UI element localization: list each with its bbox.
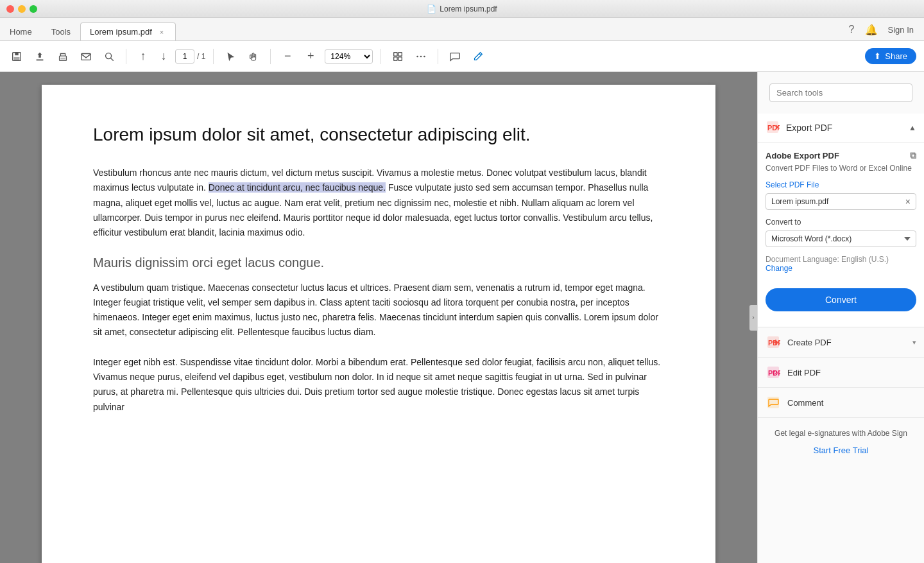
copy-icon[interactable]: ⧉ [910,150,916,161]
prev-page-button[interactable]: ↑ [134,48,152,65]
toolbar: ↑ ↓ 1 / 1 − + 124% 100% 75% 50% Fit Page… [0,41,924,72]
zoom-in-button[interactable]: + [302,48,320,65]
edit-pdf-section[interactable]: PDF Edit PDF [758,358,924,388]
maximize-window-button[interactable] [30,5,37,13]
svg-text:PDF: PDF [768,369,780,377]
upload-icon [34,51,46,62]
convert-to-select[interactable]: Microsoft Word (*.docx) Microsoft Excel … [766,230,916,247]
create-pdf-section[interactable]: PDF Create PDF ▾ [758,327,924,358]
more-icon [415,51,427,62]
export-pdf-header[interactable]: PDF Export PDF ▲ [758,114,924,143]
export-pdf-section: PDF Export PDF ▲ Adobe Export PDF ⧉ Conv… [758,114,924,327]
pdf-paragraph-1: Vestibulum rhoncus ante nec mauris dictu… [93,166,664,239]
save-button[interactable] [8,48,26,65]
export-description: Convert PDF Files to Word or Excel Onlin… [766,164,916,173]
search-icon [103,51,115,62]
start-free-trial-link[interactable]: Start Free Trial [814,446,869,455]
convert-button[interactable]: Convert [766,288,916,311]
adobe-sign-text: Get legal e-signatures with Adobe Sign [766,428,916,439]
print-button[interactable] [54,48,72,65]
adobe-export-title: Adobe Export PDF ⧉ [766,150,916,161]
sign-in-button[interactable]: Sign In [888,24,914,34]
svg-rect-21 [767,397,779,408]
tabbar: Home Tools Lorem ipsum.pdf × ? 🔔 Sign In [0,18,924,41]
comment-section-icon [766,395,781,410]
share-button[interactable]: ⬆ Share [865,48,916,64]
change-language-link[interactable]: Change [766,264,792,273]
svg-rect-8 [394,52,397,55]
highlighted-text: Donec at tincidunt arcu, nec faucibus ne… [209,182,386,193]
tab-active-document[interactable]: Lorem ipsum.pdf × [80,22,176,40]
svg-text:PDF: PDF [768,339,780,347]
svg-rect-2 [14,56,20,60]
next-page-button[interactable]: ↓ [155,48,173,65]
email-button[interactable] [77,48,95,65]
minimize-window-button[interactable] [18,5,26,13]
clear-file-button[interactable]: × [905,196,911,207]
hand-tool-button[interactable] [244,48,262,65]
help-icon[interactable]: ? [849,24,855,35]
search-button[interactable] [100,48,118,65]
zoom-out-button[interactable]: − [278,48,296,65]
pdf-paragraph-3: Integer eget nibh est. Suspendisse vitae… [93,355,664,414]
search-tools-input[interactable] [769,83,912,102]
cursor-tool-button[interactable] [221,48,239,65]
document-language: Document Language: English (U.S.) Change [766,255,916,273]
page-total: / 1 [197,52,205,61]
more-options-button[interactable] [412,48,430,65]
zoom-level-select[interactable]: 124% 100% 75% 50% Fit Page [325,49,373,64]
svg-rect-4 [60,57,65,59]
search-tools-container [758,72,924,114]
pdf-icon: 📄 [427,4,436,13]
edit-pdf-title: Edit PDF [787,368,916,377]
right-panel: PDF Export PDF ▲ Adobe Export PDF ⧉ Conv… [757,72,924,563]
titlebar: 📄 Lorem ipsum.pdf [0,0,924,18]
separator-2 [213,49,214,64]
separator-1 [126,49,126,64]
fit-mode-button[interactable] [389,48,407,65]
email-icon [80,51,92,62]
svg-rect-1 [15,52,18,55]
hand-icon [248,51,259,62]
svg-point-12 [417,55,419,57]
toolbar-right-actions: ⬆ Share [865,48,916,64]
comment-tool-button[interactable] [446,48,464,65]
svg-point-14 [424,55,425,57]
save-icon [11,51,22,62]
separator-3 [270,49,271,64]
export-pdf-chevron-icon: ▲ [909,123,916,132]
svg-rect-10 [394,56,397,60]
panel-bottom: Get legal e-signatures with Adobe Sign S… [758,418,924,461]
page-navigation: ↑ ↓ 1 / 1 [134,48,205,65]
create-pdf-title: Create PDF [787,338,912,347]
comment-icon [449,51,461,62]
upload-button[interactable] [31,48,49,65]
export-pdf-content: Adobe Export PDF ⧉ Convert PDF Files to … [758,143,924,327]
share-icon: ⬆ [874,51,881,61]
pen-tool-button[interactable] [469,48,487,65]
tab-tools[interactable]: Tools [42,22,80,40]
page-number-input[interactable]: 1 [175,49,194,64]
collapse-right-panel-button[interactable]: › [749,305,757,331]
edit-pdf-icon: PDF [766,365,781,380]
tab-home[interactable]: Home [0,22,42,40]
close-window-button[interactable] [6,5,14,13]
main-area: › Lorem ipsum dolor sit amet, consectetu… [0,72,924,563]
svg-text:PDF: PDF [767,124,780,132]
pdf-page: Lorem ipsum dolor sit amet, consectetur … [42,85,715,563]
comment-section[interactable]: Comment [758,388,924,418]
svg-rect-5 [81,53,90,60]
fit-icon [392,51,404,62]
separator-5 [438,49,438,64]
close-tab-button[interactable]: × [157,28,166,37]
pdf-viewer[interactable]: › Lorem ipsum dolor sit amet, consectetu… [0,72,757,563]
window-controls[interactable] [6,5,37,13]
file-name: Lorem ipsum.pdf [771,197,905,206]
create-pdf-icon: PDF [766,334,781,350]
svg-rect-11 [398,56,402,60]
pdf-paragraph-2: A vestibulum quam tristique. Maecenas co… [93,281,664,340]
pdf-heading-2: Mauris dignissim orci eget lacus congue. [93,256,664,270]
notifications-icon[interactable]: 🔔 [865,23,878,35]
export-pdf-title: Export PDF [786,123,909,133]
file-input-row: Lorem ipsum.pdf × [766,193,916,210]
